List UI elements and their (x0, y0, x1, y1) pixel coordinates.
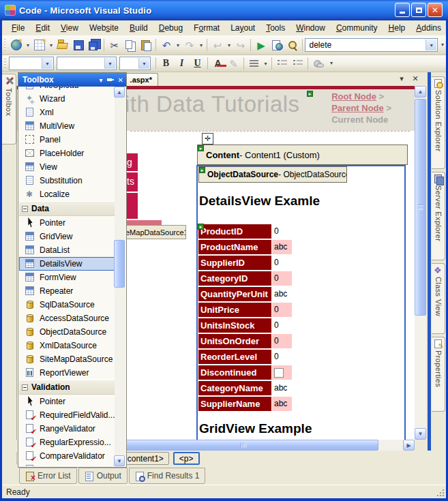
menu-item-build[interactable]: Build (124, 22, 153, 34)
font-name-combo[interactable]: ▾ (57, 57, 117, 70)
toolbar-bold-button[interactable]: B (158, 56, 174, 71)
smart-tag-glyph[interactable]: ▸ (198, 224, 204, 230)
breadcrumb-link[interactable]: Root Node (331, 91, 376, 102)
toolbox-item-datalist[interactable]: DataList (19, 243, 115, 257)
font-size-combo-dropdown-icon[interactable]: ▾ (138, 58, 149, 69)
bottom-tab-output[interactable]: Output (78, 468, 128, 484)
side-tab-class-view[interactable]: Class View (432, 263, 445, 334)
discontinued-checkbox[interactable] (274, 368, 284, 378)
toolbox-window-position-icon[interactable]: ▾ (100, 76, 103, 84)
menu-item-website[interactable]: Website (84, 22, 124, 34)
menu-item-format[interactable]: Format (188, 22, 225, 34)
side-tab-server-explorer[interactable]: Server Explorer (432, 172, 445, 260)
font-size-combo[interactable]: ▾ (119, 57, 151, 70)
toolbox-section-validation[interactable]: Validation (19, 380, 115, 395)
toolbar-new-website-button[interactable] (8, 37, 24, 52)
toolbox-item-comparevalidator[interactable]: CompareValidator (19, 449, 115, 463)
vertical-scroll-thumb[interactable] (415, 99, 426, 316)
toolbar-grip[interactable] (4, 58, 6, 70)
toolbar-options-icon[interactable]: ▾ (327, 57, 335, 70)
toolbox-item-requiredfieldvalid[interactable]: RequiredFieldValid... (19, 408, 115, 422)
scroll-down-icon[interactable]: ▼ (415, 428, 426, 440)
objectdatasource-control-header[interactable]: ObjectDataSource - ObjectDataSource1 (198, 166, 347, 183)
scroll-up-icon[interactable]: ▲ (114, 87, 125, 97)
scroll-down-icon[interactable]: ▼ (114, 455, 125, 466)
menu-item-tools[interactable]: Tools (260, 22, 290, 34)
close-document-icon[interactable]: ✕ (410, 74, 421, 83)
maximize-button[interactable] (411, 3, 426, 17)
menu-item-help[interactable]: Help (383, 22, 411, 34)
side-tab-properties[interactable]: Properties (432, 337, 445, 412)
toolbox-item-regularexpressio[interactable]: RegularExpressio... (19, 436, 115, 449)
menu-item-view[interactable]: View (55, 22, 84, 34)
toolbox-side-tab[interactable]: Toolbox (2, 74, 16, 145)
toolbox-scroll-thumb[interactable] (114, 240, 125, 288)
toolbox-item-placeholder[interactable]: PlaceHolder (19, 147, 115, 160)
add-new-item-dropdown-icon[interactable]: ▾ (47, 37, 55, 52)
toolbox-item-pointer[interactable]: Pointer (19, 216, 115, 230)
menu-item-edit[interactable]: Edit (30, 22, 55, 34)
block-format-combo[interactable]: ▾ (9, 57, 54, 70)
toolbox-item-formview[interactable]: FormView (19, 271, 115, 284)
toolbox-item-pointer[interactable]: Pointer (19, 395, 115, 408)
collapse-icon[interactable] (22, 206, 28, 212)
resize-grip[interactable] (436, 488, 445, 498)
smart-tag-glyph[interactable]: ▸ (198, 145, 204, 151)
smart-tag-glyph[interactable]: ▸ (307, 91, 313, 97)
tag-button-p[interactable]: <p> (173, 452, 200, 465)
new-website-dropdown-icon[interactable]: ▾ (24, 37, 31, 52)
toolbox-titlebar[interactable]: Toolbox ▾ ✕ (18, 73, 126, 87)
toolbox-section-data[interactable]: Data (19, 201, 115, 216)
toolbar-copy-button[interactable] (122, 37, 138, 52)
menu-item-layout[interactable]: Layout (225, 22, 260, 34)
toolbar-paste-button[interactable] (138, 37, 153, 52)
toolbar-save-button[interactable] (70, 37, 86, 52)
scroll-up-icon[interactable]: ▲ (415, 86, 426, 97)
toolbar-grip[interactable] (4, 38, 5, 52)
bottom-tab-find-results[interactable]: Find Results 1 (129, 468, 206, 484)
collapse-icon[interactable] (22, 384, 28, 391)
toolbox-item-detailsview[interactable]: DetailsView (19, 257, 115, 271)
toolbar-italic-button[interactable]: I (174, 56, 190, 71)
toolbar-foreground-color-button[interactable]: A (210, 56, 226, 71)
menu-item-community[interactable]: Community (331, 22, 383, 34)
scroll-right-icon[interactable]: ▶ (403, 440, 415, 451)
bottom-tab-error-list[interactable]: Error List (19, 468, 77, 484)
toolbox-item-objectdatasource[interactable]: ObjectDataSource (19, 325, 115, 339)
side-tab-solution-explorer[interactable]: Solution Explorer (432, 76, 445, 169)
toolbar-cut-button[interactable]: ✂ (106, 37, 122, 52)
designer-vertical-scrollbar[interactable]: ▲ ▼ (415, 86, 426, 440)
toolbox-item-view[interactable]: View (19, 160, 115, 174)
toolbox-pin-icon[interactable] (107, 76, 114, 83)
toolbox-scrollbar[interactable]: ▲ ▼ (115, 87, 125, 466)
toolbox-item-localize[interactable]: Localize (19, 187, 115, 201)
close-button[interactable] (428, 3, 443, 17)
toolbox-item-substitution[interactable]: Substitution (19, 174, 115, 187)
toolbox-item-wizard[interactable]: Wizard (19, 92, 115, 106)
toolbar-save-all-button[interactable] (86, 37, 102, 52)
undo-dropdown-icon[interactable]: ▾ (174, 37, 181, 52)
toolbox-close-icon[interactable]: ✕ (118, 76, 123, 84)
horizontal-scroll-thumb[interactable] (108, 440, 378, 451)
menu-item-addins[interactable]: Addins (410, 22, 447, 34)
toolbox-item-panel[interactable]: Panel (19, 133, 115, 147)
menu-item-file[interactable]: File (6, 22, 30, 34)
toolbar-start-debugging-button[interactable]: ▶ (253, 37, 269, 52)
minimize-button[interactable] (395, 3, 410, 17)
menu-item-debug[interactable]: Debug (153, 22, 188, 34)
toolbox-item-xmldatasource[interactable]: XmlDataSource (19, 339, 115, 352)
find-combo[interactable]: delete▾ (305, 38, 438, 52)
toolbox-item-sitemapdatasource[interactable]: SiteMapDataSource (19, 352, 115, 366)
menu-item-window[interactable]: Window (290, 22, 331, 34)
font-name-combo-dropdown-icon[interactable]: ▾ (104, 58, 115, 69)
toolbox-item-fileupload[interactable]: FileUpload (19, 87, 115, 92)
toolbar-options-icon[interactable]: ▾ (439, 38, 446, 52)
active-files-dropdown-icon[interactable]: ▾ (396, 74, 407, 83)
smart-tag-glyph[interactable]: ▸ (199, 167, 205, 173)
content-control-header[interactable]: Content - Content1 (Custom) (197, 145, 408, 165)
designer-horizontal-scrollbar[interactable]: ▶ (108, 440, 415, 451)
block-format-combo-dropdown-icon[interactable]: ▾ (42, 58, 53, 69)
toolbox-item-rangevalidator[interactable]: RangeValidator (19, 422, 115, 436)
toolbar-view-in-browser-button[interactable] (269, 37, 284, 52)
toolbar-underline-button[interactable]: U (190, 56, 205, 71)
